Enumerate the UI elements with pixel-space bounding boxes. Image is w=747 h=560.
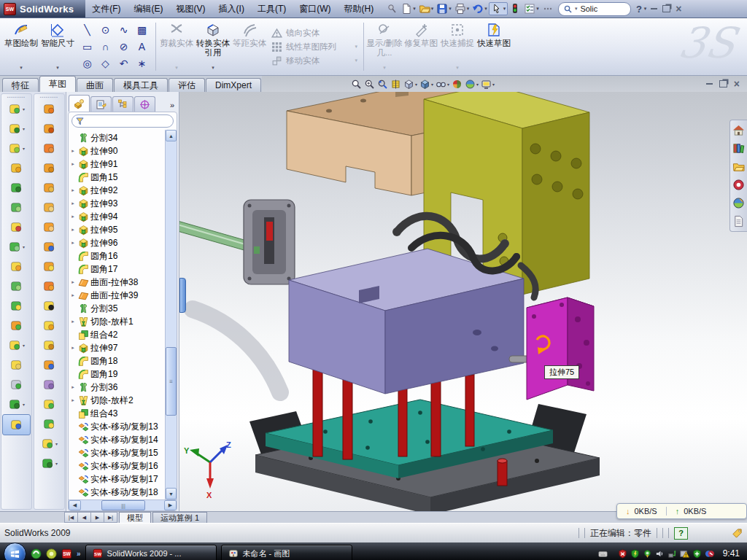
tree-item[interactable]: ▸拉伸92 [69, 184, 165, 197]
expand-arrow-icon[interactable]: ▸ [69, 397, 77, 403]
tray-sync-status-icon[interactable] [705, 549, 714, 559]
sketch-entity-icon-1-1[interactable]: ∩ [96, 39, 115, 55]
surfaces-extend-surface-button[interactable] [36, 237, 63, 257]
surfaces-ruled-surface-button[interactable] [36, 335, 63, 355]
tree-item[interactable]: 实体-移动/复制13 [69, 420, 165, 433]
view-settings-icon[interactable]: ▾ [481, 79, 495, 90]
sketch-entity-icon-0-1[interactable]: ⊙ [96, 22, 115, 39]
expand-arrow-icon[interactable]: ▸ [69, 384, 77, 390]
rebuild-icon[interactable] [508, 3, 522, 15]
tree-item[interactable]: ▸拉伸95 [69, 223, 165, 236]
task-pane-home-tab[interactable] [732, 124, 745, 136]
sketch-entity-icon-1-2[interactable]: ⊘ [115, 39, 133, 55]
sketch-entity-icon-1-3[interactable]: A [133, 39, 151, 55]
tree-item[interactable]: 实体-移动/复制18 [69, 486, 165, 499]
tree-item[interactable]: ▸切除-放样2 [69, 394, 165, 407]
surfaces-curve-2-button[interactable]: ▾ [36, 454, 63, 473]
taskbar-window-button[interactable]: SWSolidWorks 2009 - ... [85, 545, 217, 560]
tree-item[interactable]: 圆角16 [69, 249, 165, 262]
sketch-entity-icon-2-3[interactable]: ∗ [133, 55, 151, 72]
surfaces-filled-surface-button[interactable] [36, 276, 63, 296]
surfaces-knit-surface-button[interactable] [36, 257, 63, 276]
quick-launch-security-app-icon[interactable] [46, 548, 57, 559]
surfaces-lofted-surface-button[interactable] [36, 158, 63, 178]
sketch-entity-icon-0-3[interactable]: ▩ [133, 22, 151, 39]
search-scope-chevron-icon[interactable]: ▾ [575, 6, 578, 12]
apply-scene-icon[interactable]: ▾ [465, 79, 479, 90]
surfaces-boundary-surface-button[interactable] [36, 178, 63, 198]
surfaces-planar-surface-button[interactable] [36, 217, 63, 237]
cmd-dimension-button[interactable]: 智能尺寸▾ [39, 19, 76, 74]
hscroll-thumb[interactable]: ||| [101, 500, 145, 510]
select-arrow-icon[interactable]: ▾ [489, 2, 508, 15]
tree-vertical-scrollbar[interactable]: ▲ ≡ ▼ [165, 130, 177, 499]
quick-tips-button[interactable]: ? [674, 527, 688, 540]
expand-arrow-icon[interactable]: ▸ [69, 161, 77, 167]
tree-item[interactable]: ▸切除-放样1 [69, 315, 165, 328]
pin-icon[interactable] [384, 3, 399, 15]
overflow-icon[interactable] [541, 3, 555, 15]
tree-item[interactable]: 圆角18 [69, 354, 165, 368]
zoom-selection-icon[interactable] [377, 79, 388, 90]
surfaces-untrim-surface-button[interactable] [36, 316, 63, 335]
expand-arrow-icon[interactable]: ▸ [69, 148, 77, 154]
print-icon[interactable]: ▾ [453, 3, 471, 15]
features-move-copy-body-button[interactable] [3, 316, 30, 335]
surfaces-reference-geometry-2-button[interactable]: ▾ [36, 434, 63, 454]
task-list-icon[interactable]: ▾ [522, 3, 541, 15]
cmd-rapid-button[interactable]: 快速草图 [476, 19, 512, 74]
tag-icon[interactable] [732, 528, 743, 539]
tray-firewall-shield-icon[interactable] [630, 549, 640, 559]
features-draft-button[interactable] [3, 198, 30, 217]
graphics-viewport[interactable]: Y Z X 拉伸75 [179, 92, 747, 511]
assembly-model[interactable]: Y Z X [179, 92, 747, 511]
sketch-entity-icon-2-1[interactable]: ◇ [96, 55, 115, 72]
tree-item[interactable]: ▸拉伸93 [69, 197, 165, 210]
surfaces-core-button[interactable] [36, 414, 63, 434]
start-button[interactable] [4, 542, 26, 560]
surfaces-delete-face-button[interactable] [36, 296, 63, 316]
menu-item-2[interactable]: 视图(V) [170, 3, 212, 15]
ribbon-tab-曲面[interactable]: 曲面 [77, 78, 113, 92]
features-curve-button[interactable]: ▾ [3, 394, 30, 414]
menu-item-4[interactable]: 工具(T) [251, 3, 293, 15]
model-tab-模型[interactable]: 模型 [119, 512, 151, 523]
doc-minimize-button[interactable] [706, 83, 713, 85]
model-tab-运动算例 1[interactable]: 运动算例 1 [152, 512, 207, 523]
tray-certificate-badge-icon[interactable] [643, 549, 652, 559]
scroll-right-button[interactable]: ▶ [164, 500, 177, 510]
task-pane-appearances-tab[interactable] [732, 197, 745, 209]
tree-item[interactable]: 圆角19 [69, 368, 165, 381]
tree-item[interactable]: ▸曲面-拉伸39 [69, 289, 165, 302]
view-orientation-icon[interactable]: ▾ [403, 79, 417, 90]
ribbon-tab-模具工具[interactable]: 模具工具 [114, 78, 168, 92]
sketch-entity-icon-0-2[interactable]: ∿ [115, 22, 133, 39]
tree-item[interactable]: ▸分割36 [69, 381, 165, 394]
zoom-area-icon[interactable] [364, 79, 375, 90]
surfaces-tooling-split-button[interactable] [36, 394, 63, 414]
features-plane-button[interactable] [3, 355, 30, 375]
task-pane-file-explorer-tab[interactable] [732, 160, 745, 173]
tray-antivirus-shield-icon[interactable] [618, 549, 627, 559]
surfaces-revolved-surface-button[interactable] [36, 119, 63, 139]
tab-nav-0[interactable]: |◀ [64, 512, 77, 523]
tree-item[interactable]: ▸拉伸97 [69, 341, 165, 354]
taskbar-window-button[interactable]: 未命名 - 画图 [221, 545, 352, 560]
surfaces-offset-surface-button[interactable] [36, 198, 63, 217]
tree-tabs-overflow[interactable]: » [170, 101, 177, 112]
ribbon-tab-评估[interactable]: 评估 [169, 78, 205, 92]
feature-manager-tab[interactable] [69, 95, 90, 112]
surfaces-swept-surface-button[interactable] [36, 99, 63, 119]
tree-item[interactable]: ▸拉伸96 [69, 236, 165, 249]
undo-icon[interactable]: ▾ [471, 3, 489, 15]
hide-show-items-icon[interactable]: ▾ [436, 79, 449, 90]
features-rib-button[interactable] [3, 257, 30, 276]
help-button[interactable]: ? [634, 4, 644, 15]
minimize-button[interactable] [651, 8, 657, 9]
surfaces-parting-surface-button[interactable] [36, 375, 63, 394]
features-shell-button[interactable] [3, 178, 30, 198]
features-extruded-boss-button[interactable]: ▾ [3, 99, 30, 119]
new-document-icon[interactable]: ▾ [399, 3, 417, 15]
tab-nav-3[interactable]: ▶| [104, 512, 117, 523]
expand-arrow-icon[interactable]: ▸ [69, 227, 77, 233]
